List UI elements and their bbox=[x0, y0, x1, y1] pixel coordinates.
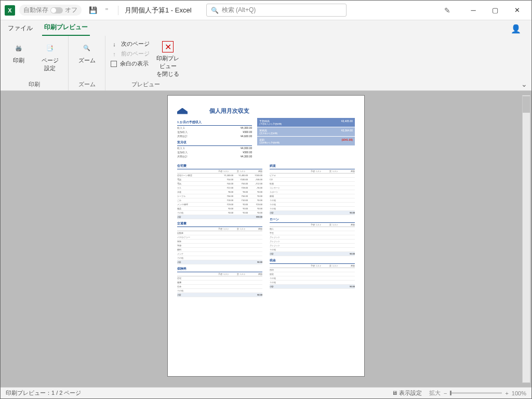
table-row: その他¥0.00¥0.00¥0.00 bbox=[177, 211, 262, 215]
table-row: その他 bbox=[270, 203, 355, 207]
scroll-thumb[interactable] bbox=[523, 96, 530, 113]
table-row: 映画 bbox=[270, 182, 355, 186]
checkbox-icon bbox=[111, 61, 117, 67]
table-row: 自動車 bbox=[177, 231, 262, 235]
kv-row: 収入 1¥4,300.00 bbox=[177, 126, 252, 130]
table-row: その他 bbox=[270, 207, 355, 211]
table-row: スポーツ bbox=[270, 190, 355, 194]
summary-row: 予想残高(予想収入から予想経費)¥3,405.00 bbox=[257, 118, 355, 127]
table-row: CD bbox=[270, 178, 355, 182]
table-row: メンテ bbox=[177, 252, 262, 256]
preview-area: 個人用月次収支 1 か月の予想収入 収入 1¥4,300.00追加収入¥300.… bbox=[1, 91, 531, 387]
zoom-button[interactable]: 🔍 ズーム bbox=[74, 39, 100, 64]
income-title: 1 か月の予想収入 bbox=[177, 120, 252, 126]
group-label-print: 印刷 bbox=[6, 79, 63, 89]
actual-income-title: 実月収 bbox=[177, 140, 252, 146]
zoom-percent: 100% bbox=[512, 390, 526, 396]
print-button[interactable]: 🖨️ 印刷 bbox=[6, 39, 32, 64]
table-row: その他 bbox=[177, 289, 262, 293]
titlebar: X 自動保存 オフ 💾 ⁼ 月間個人予算1 - Excel 🔍 検索 (Alt+… bbox=[1, 1, 531, 20]
table-total: 小計¥0.00 bbox=[270, 285, 355, 289]
table-row: その他 bbox=[177, 256, 262, 260]
table-row: 燃料 bbox=[177, 248, 262, 252]
table-row: ケーブル¥34.00¥34.00¥0.00 bbox=[177, 194, 262, 198]
prev-page-button: ↑ 前のページ bbox=[111, 50, 150, 58]
minimize-button[interactable]: ─ bbox=[463, 3, 484, 18]
house-icon bbox=[177, 108, 188, 114]
ribbon-group-preview: ↓ 次のページ ↑ 前のページ 余白の表示 ✕ 印刷プレビュー を閉じる プレビ… bbox=[105, 36, 186, 90]
table-row: ガス¥22.00¥28.00-¥6.00 bbox=[177, 186, 262, 190]
save-icon[interactable]: 💾 bbox=[89, 6, 97, 15]
search-icon: 🔍 bbox=[211, 7, 219, 14]
table-row: ビデオ bbox=[270, 174, 355, 178]
category-title: ローン bbox=[270, 217, 355, 223]
quick-access-toolbar: 💾 ⁼ bbox=[86, 6, 114, 15]
table-row: バス/タクシー bbox=[177, 235, 262, 240]
autosave-state: オフ bbox=[65, 6, 77, 15]
table-row: メンテ/修理¥23.00¥0.00¥23.00 bbox=[177, 203, 262, 207]
table-row: コンサート bbox=[270, 186, 355, 190]
window-title: 月間個人予算1 - Excel bbox=[118, 6, 198, 15]
table-row: 保険 bbox=[177, 240, 262, 244]
table-row: 電気¥44.00¥56.00-¥12.00 bbox=[177, 182, 262, 186]
zoom-minus[interactable]: − bbox=[444, 390, 447, 396]
ribbon: 🖨️ 印刷 📑 ページ 設定 印刷 🔍 ズーム ズーム ↓ 次のページ bbox=[1, 36, 531, 91]
zoom-slider[interactable] bbox=[450, 392, 502, 394]
sheet-title: 個人用月次収支 bbox=[209, 107, 249, 115]
pen-icon[interactable]: ✎ bbox=[439, 3, 456, 18]
search-box[interactable]: 🔍 検索 (Alt+Q) bbox=[206, 4, 347, 17]
table-row: 健康 bbox=[177, 281, 262, 285]
table-row: 固定 bbox=[270, 272, 355, 276]
table-total: 小計¥0.00 bbox=[177, 260, 262, 264]
next-page-button[interactable]: ↓ 次のページ bbox=[111, 40, 150, 48]
statusbar: 印刷プレビュー：1 / 2 ページ 🖥 表示設定 拡大 − + 100% bbox=[1, 387, 531, 398]
table-total: 小計¥0.00 bbox=[270, 211, 355, 215]
kv-row: 収入 1¥4,000.00 bbox=[177, 146, 252, 150]
zoom-control[interactable]: 拡大 − + 100% bbox=[429, 389, 526, 397]
category-title: 税金 bbox=[270, 258, 355, 264]
ribbon-group-zoom: 🔍 ズーム ズーム bbox=[69, 36, 105, 90]
kv-row: 追加収入¥300.00 bbox=[177, 130, 252, 134]
printer-icon: 🖨️ bbox=[12, 41, 25, 55]
table-row: 住宅ローン/家賃¥1,500.00¥1,400.00¥100.00 bbox=[177, 174, 262, 178]
kv-row: 月間合計¥4,600.00 bbox=[177, 134, 252, 138]
page-indicator: 印刷プレビュー：1 / 2 ページ bbox=[6, 389, 81, 397]
tab-file[interactable]: ファイル bbox=[6, 21, 35, 36]
ribbon-tabs: ファイル 印刷プレビュー 👤 bbox=[1, 20, 531, 36]
table-row: その他 bbox=[270, 248, 355, 252]
table-row: 学生 bbox=[270, 231, 355, 235]
maximize-button[interactable]: ▢ bbox=[485, 3, 506, 18]
summary-row: 実残高(実月収から実経費)¥3,064.00 bbox=[257, 127, 355, 136]
collapse-ribbon-icon[interactable]: ⌄ bbox=[521, 80, 527, 88]
page-setup-button[interactable]: 📑 ページ 設定 bbox=[37, 39, 63, 72]
share-icon[interactable]: 👤 bbox=[506, 22, 526, 36]
tab-print-preview[interactable]: 印刷プレビュー bbox=[42, 20, 90, 36]
table-row: その他 bbox=[270, 281, 355, 285]
excel-logo: X bbox=[5, 5, 15, 16]
arrow-down-icon: ↓ bbox=[111, 41, 118, 48]
table-total: 小計¥0.00 bbox=[177, 293, 262, 297]
display-settings[interactable]: 🖥 表示設定 bbox=[392, 389, 422, 397]
group-label-preview: プレビュー bbox=[111, 79, 181, 89]
zoom-label: 拡大 bbox=[429, 389, 441, 397]
category-title: 娯楽 bbox=[270, 164, 355, 169]
table-row: クレジット bbox=[270, 244, 355, 248]
table-total: 小計¥0.00 bbox=[270, 252, 355, 256]
page-setup-icon: 📑 bbox=[43, 41, 57, 55]
table-row: 水道¥8.00¥8.00¥0.00 bbox=[177, 190, 262, 194]
qat-dropdown-icon[interactable]: ⁼ bbox=[102, 6, 111, 15]
group-label-zoom: ズーム bbox=[74, 79, 100, 89]
zoom-plus[interactable]: + bbox=[505, 390, 508, 396]
table-row: 登録 bbox=[177, 244, 262, 248]
close-preview-button[interactable]: ✕ 印刷プレビュー を閉じる bbox=[155, 39, 181, 78]
table-row: クレジット bbox=[270, 240, 355, 244]
table-row: 電話¥54.00¥100.00-¥46.00 bbox=[177, 178, 262, 182]
close-button[interactable]: ✕ bbox=[507, 3, 527, 18]
table-row: クレジット bbox=[270, 235, 355, 240]
vertical-scrollbar[interactable] bbox=[522, 95, 530, 383]
category-title: 交通費 bbox=[177, 221, 262, 227]
category-title: 住宅費 bbox=[177, 164, 262, 169]
search-placeholder: 検索 (Alt+Q) bbox=[222, 6, 256, 15]
show-margins-checkbox[interactable]: 余白の表示 bbox=[111, 60, 150, 68]
autosave-toggle[interactable]: 自動保存 オフ bbox=[19, 5, 82, 16]
